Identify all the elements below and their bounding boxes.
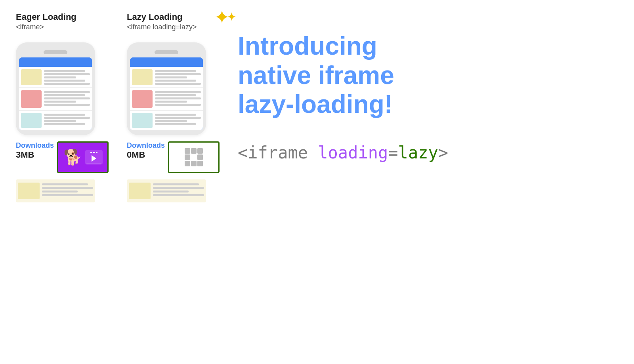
eager-img-2 bbox=[21, 90, 42, 108]
code-iframe-part: <iframe bbox=[238, 143, 318, 162]
dog-icon: 🐕 bbox=[63, 149, 82, 166]
spinner-cell bbox=[191, 148, 197, 154]
eager-bottom-img bbox=[18, 183, 40, 199]
spinner-cell-center bbox=[191, 154, 197, 160]
both-downloads: Downloads 3MB 🐕 bbox=[16, 141, 206, 176]
lazy-lines-3 bbox=[155, 113, 201, 125]
lazy-code: <iframe loading=lazy> bbox=[127, 23, 206, 31]
lazy-screen-content bbox=[130, 67, 203, 130]
line bbox=[155, 104, 201, 106]
lazy-img-2 bbox=[132, 90, 153, 108]
lazy-lines-2 bbox=[155, 90, 201, 106]
play-bar bbox=[86, 164, 101, 164]
line bbox=[155, 91, 201, 93]
eager-block-1 bbox=[19, 67, 92, 88]
code-bracket: > bbox=[438, 143, 448, 162]
eager-img-1 bbox=[21, 69, 42, 85]
lazy-bottom-lines bbox=[153, 183, 204, 196]
line bbox=[155, 97, 201, 99]
eager-lines-3 bbox=[44, 113, 90, 125]
lazy-img-1 bbox=[132, 69, 153, 85]
intro-line2: native iframe bbox=[238, 61, 394, 90]
eager-screen-header bbox=[19, 57, 92, 67]
phone-notch-eager bbox=[44, 50, 67, 54]
lazy-bottom-img bbox=[129, 183, 151, 199]
sparkle-icon: ✦ ✦ bbox=[214, 8, 230, 27]
line bbox=[153, 194, 204, 196]
lazy-downloads-text: Downloads bbox=[127, 141, 165, 150]
intro-line1: Introducing bbox=[238, 32, 377, 60]
line bbox=[155, 123, 196, 125]
dots-row bbox=[90, 150, 97, 154]
eager-download-labels: Downloads 3MB bbox=[16, 141, 54, 160]
line bbox=[155, 70, 196, 72]
line bbox=[155, 114, 196, 116]
code-lazy-val: lazy bbox=[398, 143, 438, 162]
line bbox=[42, 183, 88, 185]
eager-code: <iframe> bbox=[16, 23, 95, 31]
line bbox=[153, 187, 204, 189]
dot bbox=[90, 152, 92, 153]
eager-block-3 bbox=[19, 111, 92, 130]
lazy-bottom-block bbox=[127, 179, 206, 202]
lazy-label-col: Lazy Loading <iframe loading=lazy> ✦ ✦ bbox=[127, 12, 206, 38]
lazy-download-top: Downloads 0MB bbox=[127, 141, 220, 173]
line bbox=[42, 187, 93, 189]
bottom-content-row bbox=[16, 179, 206, 202]
line bbox=[155, 117, 201, 119]
spinner-cell bbox=[185, 161, 190, 166]
spinner-cell bbox=[185, 148, 190, 154]
line bbox=[44, 83, 90, 85]
play-triangle-icon bbox=[92, 155, 96, 162]
lazy-phone-wrapper bbox=[127, 42, 206, 135]
intro-line3: lazy-loading! bbox=[238, 90, 393, 118]
eager-img-3 bbox=[21, 113, 42, 128]
eager-bottom-lines bbox=[42, 183, 93, 196]
phones-row bbox=[16, 42, 206, 135]
dot bbox=[96, 152, 97, 153]
line bbox=[155, 83, 201, 85]
line bbox=[44, 73, 90, 75]
eager-screen-content bbox=[19, 67, 92, 130]
line bbox=[44, 97, 90, 99]
line bbox=[44, 101, 76, 103]
spinner-cell bbox=[197, 148, 203, 154]
spinner-cell bbox=[197, 161, 203, 166]
dot bbox=[93, 152, 95, 153]
code-loading-attr: loading bbox=[318, 143, 388, 162]
spinner-icon bbox=[185, 148, 203, 166]
lazy-iframe-preview bbox=[168, 141, 220, 173]
eager-download-col: Downloads 3MB 🐕 bbox=[16, 141, 95, 176]
lazy-block-1 bbox=[130, 67, 203, 88]
code-equals: = bbox=[388, 143, 398, 162]
line bbox=[155, 80, 196, 82]
lazy-block-2 bbox=[130, 88, 203, 111]
eager-downloads-mb: 3MB bbox=[16, 150, 34, 160]
eager-block-2 bbox=[19, 88, 92, 111]
code-snippet: <iframe loading=lazy> bbox=[238, 143, 448, 162]
line bbox=[155, 120, 187, 122]
lazy-download-col: Downloads 0MB bbox=[127, 141, 206, 176]
line bbox=[44, 117, 90, 119]
line bbox=[155, 94, 196, 96]
lazy-phone bbox=[127, 42, 206, 135]
line bbox=[155, 73, 201, 75]
line bbox=[44, 76, 76, 78]
line bbox=[155, 76, 187, 78]
line bbox=[153, 183, 199, 185]
lazy-block-3 bbox=[130, 111, 203, 130]
line bbox=[44, 70, 85, 72]
eager-lines-1 bbox=[44, 69, 90, 85]
line bbox=[155, 101, 187, 103]
lazy-phone-screen bbox=[130, 57, 203, 130]
eager-label-col: Eager Loading <iframe> bbox=[16, 12, 95, 38]
eager-label: Eager Loading bbox=[16, 12, 95, 22]
eager-downloads-text: Downloads bbox=[16, 141, 54, 150]
eager-phone-wrapper bbox=[16, 42, 95, 135]
eager-iframe-preview: 🐕 bbox=[57, 141, 109, 173]
line bbox=[42, 191, 78, 192]
line bbox=[44, 80, 85, 82]
spinner-cell bbox=[197, 154, 203, 160]
phone-notch-lazy bbox=[155, 50, 178, 54]
lazy-lines-1 bbox=[155, 69, 201, 85]
